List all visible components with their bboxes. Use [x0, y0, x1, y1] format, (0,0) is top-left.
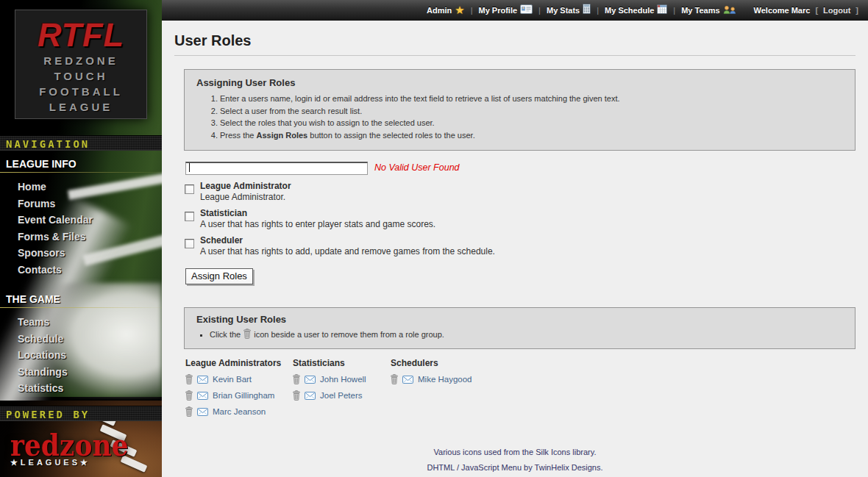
star-icon: ★ — [455, 5, 464, 15]
email-user-icon[interactable] — [197, 376, 208, 384]
twinhelix-link[interactable]: TwinHelix Designs — [535, 463, 601, 472]
role-checkbox-scheduler[interactable] — [185, 239, 194, 248]
sidebar-item-home[interactable]: Home — [0, 179, 162, 196]
email-user-icon[interactable] — [197, 408, 208, 416]
email-user-icon[interactable] — [402, 376, 413, 384]
calendar-icon — [657, 4, 667, 17]
user-link[interactable]: Joel Peters — [320, 391, 363, 400]
user-row: Brian Gillingham — [185, 390, 293, 401]
navigation-band-label: NAVIGATION — [6, 138, 90, 150]
rtfl-logo-title: RTFL — [15, 18, 146, 53]
sidebar-item-sponsors[interactable]: Sponsors — [0, 245, 162, 262]
role-groups: League Administrators Kevin Bart Brian G… — [185, 358, 855, 423]
app-window: RTFL REDZONE TOUCH FOOTBALL LEAGUE NAVIG… — [0, 0, 868, 477]
user-row: John Howell — [293, 374, 391, 385]
menu-separator: | — [538, 6, 541, 15]
instruction-step: Enter a users name, login id or email ad… — [220, 93, 843, 105]
redzone-logo-word: redzone — [10, 430, 162, 459]
powered-by-band: POWERED BY — [0, 406, 162, 421]
instruction-step: Press the Assign Roles button to assign … — [220, 129, 843, 142]
welcome-text: Welcome Marc — [754, 6, 811, 15]
redzone-leagues-logo[interactable]: redzone ★LEAGUES★ — [0, 421, 162, 477]
powered-by-band-label: POWERED BY — [6, 409, 90, 420]
role-description: A user that has rights to enter player s… — [200, 219, 435, 230]
sidebar-item-teams[interactable]: Teams — [0, 314, 162, 331]
user-row: Joel Peters — [293, 390, 391, 401]
sidebar-item-statistics[interactable]: Statistics — [0, 380, 162, 397]
assign-roles-button[interactable]: Assign Roles — [185, 268, 253, 284]
sidebar-item-event-calendar[interactable]: Event Calendar — [0, 212, 162, 229]
role-checkbox-statistician[interactable] — [185, 212, 194, 221]
user-link[interactable]: Mike Haygood — [418, 375, 472, 384]
main-content: User Roles Assigning User Roles Enter a … — [162, 21, 868, 477]
sidebar-item-locations[interactable]: Locations — [0, 347, 162, 364]
user-row: Marc Jeanson — [185, 406, 293, 417]
section-underline — [0, 172, 162, 173]
user-link[interactable]: Kevin Bart — [213, 375, 252, 384]
remove-user-icon[interactable] — [293, 390, 300, 401]
assigning-box-title: Assigning User Roles — [196, 77, 843, 88]
group-title: League Administrators — [185, 358, 293, 368]
email-user-icon[interactable] — [197, 392, 208, 400]
role-description: League Administrator. — [200, 192, 291, 203]
menu-separator: | — [597, 6, 599, 15]
existing-box-note: Click theicon beside a user to remove th… — [210, 328, 843, 341]
menu-separator: | — [471, 6, 473, 15]
menu-item-my-schedule[interactable]: My Schedule — [605, 4, 667, 17]
topbar: Admin ★ | My Profile | My Stats | My Sch… — [162, 0, 868, 21]
menu-item-my-teams-label: My Teams — [681, 6, 719, 15]
menu-separator: | — [673, 6, 675, 15]
menu-item-admin-label: Admin — [427, 6, 452, 15]
sidebar-item-forums[interactable]: Forums — [0, 196, 162, 212]
sidebar-item-forms-files[interactable]: Forms & Files — [0, 229, 162, 245]
menu-item-my-teams[interactable]: My Teams — [681, 4, 735, 17]
silk-icons-link[interactable]: Silk Icons — [536, 448, 570, 456]
group-icon — [723, 4, 736, 17]
menu-item-my-stats[interactable]: My Stats — [547, 4, 591, 17]
sidebar-item-schedule[interactable]: Schedule — [0, 331, 162, 348]
remove-user-icon[interactable] — [391, 374, 398, 384]
remove-user-icon[interactable] — [185, 390, 193, 401]
email-user-icon[interactable] — [305, 392, 316, 400]
sidebar: RTFL REDZONE TOUCH FOOTBALL LEAGUE NAVIG… — [0, 0, 162, 477]
role-name: Scheduler — [200, 235, 495, 246]
instruction-step: Select a user from the search result lis… — [220, 105, 843, 118]
sidebar-item-standings[interactable]: Standings — [0, 364, 162, 381]
logout-link[interactable]: Logout — [823, 6, 850, 15]
trash-icon — [243, 329, 251, 339]
sidebar-item-contacts[interactable]: Contacts — [0, 262, 162, 279]
role-option-scheduler: Scheduler A user that has rights to add,… — [185, 235, 855, 257]
role-description: A user that has rights to add, update an… — [200, 246, 495, 257]
instruction-step: Select the roles that you wish to assign… — [220, 117, 843, 129]
vcard-icon — [520, 4, 533, 17]
role-option-league-administrator: League Administrator League Administrato… — [185, 181, 855, 203]
menu-item-my-stats-label: My Stats — [547, 6, 580, 15]
sidebar-section-the-game: THE GAME Teams Schedule Locations Standi… — [0, 278, 162, 397]
role-name: Statistician — [200, 208, 435, 219]
user-link[interactable]: Brian Gillingham — [213, 391, 274, 400]
existing-user-roles-box: Existing User Roles Click theicon beside… — [184, 307, 855, 349]
logout-bracket: [ — [815, 6, 818, 15]
menu-item-my-profile[interactable]: My Profile — [479, 4, 533, 17]
role-checkbox-league-administrator[interactable] — [185, 184, 194, 194]
text-caret — [189, 163, 190, 172]
calculator-icon — [583, 4, 591, 17]
remove-user-icon[interactable] — [185, 374, 193, 384]
assigning-user-roles-box: Assigning User Roles Enter a users name,… — [184, 69, 855, 151]
email-user-icon[interactable] — [305, 376, 316, 384]
role-name: League Administrator — [200, 181, 291, 192]
user-link[interactable]: John Howell — [320, 375, 366, 384]
rtfl-logo-line: REDZONE — [15, 53, 146, 68]
existing-box-title: Existing User Roles — [196, 314, 843, 325]
remove-user-icon[interactable] — [293, 374, 300, 384]
remove-user-icon[interactable] — [185, 406, 193, 417]
navigation-band: NAVIGATION — [0, 135, 162, 151]
menu-item-admin[interactable]: Admin ★ — [427, 5, 465, 15]
user-search-input[interactable] — [185, 162, 368, 175]
sidebar-section-league-info: LEAGUE INFO Home Forums Event Calendar F… — [0, 151, 162, 278]
user-row: Kevin Bart — [185, 374, 293, 385]
section-title-the-game: THE GAME — [0, 293, 162, 305]
user-link[interactable]: Marc Jeanson — [213, 407, 266, 416]
rtfl-logo[interactable]: RTFL REDZONE TOUCH FOOTBALL LEAGUE — [15, 10, 147, 119]
group-title: Schedulers — [391, 358, 472, 368]
